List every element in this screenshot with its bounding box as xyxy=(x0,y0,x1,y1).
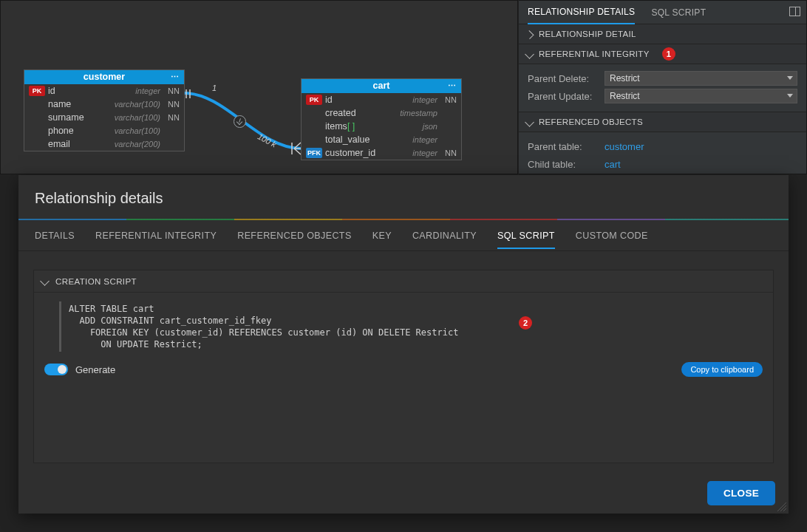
tab-custom-code[interactable]: CUSTOM CODE xyxy=(576,222,648,249)
column-name: phone xyxy=(48,126,100,136)
column-type: varchar(100) xyxy=(103,113,160,122)
tab-details[interactable]: DETAILS xyxy=(35,222,75,249)
modal-title: Relationship details xyxy=(18,175,789,219)
side-tabs: RELATIONSHIP DETAILS SQL SCRIPT xyxy=(519,1,806,24)
modal-body: CREATION SCRIPT ALTER TABLE cart ADD CON… xyxy=(33,270,774,463)
pk-badge: PK xyxy=(306,95,322,105)
tab-sql-script[interactable]: SQL SCRIPT xyxy=(497,222,555,249)
column-name: created xyxy=(325,108,377,118)
tab-referenced-objects[interactable]: REFERENCED OBJECTS xyxy=(237,222,351,249)
column-name: total_value xyxy=(325,134,377,145)
column-nn: NN xyxy=(163,86,180,95)
column-name: email xyxy=(48,139,100,149)
section-relationship-detail[interactable]: RELATIONSHIP DETAIL xyxy=(519,24,806,44)
close-button[interactable]: CLOSE xyxy=(707,481,775,505)
column-name: id xyxy=(325,95,377,105)
column-row[interactable]: surname varchar(100) NN xyxy=(24,111,184,124)
section-referential-integrity[interactable]: REFERENTIAL INTEGRITY 1 xyxy=(519,44,806,64)
parent-update-select[interactable]: Restrict xyxy=(605,89,797,103)
tab-relationship-details[interactable]: RELATIONSHIP DETAILS xyxy=(528,1,635,24)
modal-tabs: DETAILS REFERENTIAL INTEGRITY REFERENCED… xyxy=(18,220,789,251)
entity-menu-icon[interactable]: ⋯ xyxy=(171,70,180,84)
er-canvas[interactable]: 1 100 k customer ⋯ PK id integer NN name… xyxy=(0,0,518,174)
tab-referential-integrity[interactable]: REFERENTIAL INTEGRITY xyxy=(95,222,217,249)
chevron-down-icon xyxy=(787,76,793,80)
entity-header[interactable]: cart ⋯ xyxy=(302,79,461,93)
pk-badge: PK xyxy=(29,86,45,96)
pfk-badge: PFK xyxy=(306,148,322,158)
relation-left-cardinality: 1 xyxy=(212,83,217,92)
column-nn: NN xyxy=(163,113,180,122)
column-row[interactable]: created timestamp xyxy=(302,106,461,120)
sql-code-block[interactable]: ALTER TABLE cart ADD CONSTRAINT cart_cus… xyxy=(59,301,764,352)
column-type: integer xyxy=(380,95,437,104)
chevron-down-icon xyxy=(526,119,533,126)
column-row[interactable]: name varchar(100) NN xyxy=(24,98,184,111)
key-badge xyxy=(306,121,322,132)
tab-cardinality[interactable]: CARDINALITY xyxy=(412,222,477,249)
rainbow-divider xyxy=(18,219,789,220)
column-nn: NN xyxy=(440,149,457,157)
key-badge xyxy=(29,112,45,123)
chevron-down-icon xyxy=(526,51,533,58)
entity-customer[interactable]: customer ⋯ PK id integer NN name varchar… xyxy=(24,69,185,151)
layout-toggle-icon[interactable] xyxy=(789,7,800,16)
parent-delete-label: Parent Delete: xyxy=(528,73,597,84)
column-row[interactable]: items[ ] json xyxy=(302,120,461,133)
parent-update-label: Parent Update: xyxy=(528,91,597,102)
section-title: REFERENCED OBJECTS xyxy=(539,117,643,126)
column-name: surname xyxy=(48,112,100,123)
column-type: integer xyxy=(380,135,437,144)
column-name: customer_id xyxy=(325,148,377,158)
modal-footer: CLOSE xyxy=(18,472,789,514)
parent-table-link[interactable]: customer xyxy=(605,141,644,152)
select-value: Restrict xyxy=(610,73,640,83)
annotation-badge-1: 1 xyxy=(662,47,675,61)
annotation-badge-2: 2 xyxy=(519,316,532,330)
column-row[interactable]: PFK customer_id integer NN xyxy=(302,146,461,160)
key-badge xyxy=(306,108,322,118)
entity-header[interactable]: customer ⋯ xyxy=(24,70,184,84)
relation-right-cardinality: 100 k xyxy=(256,132,278,149)
key-badge xyxy=(29,139,45,149)
column-type: timestamp xyxy=(380,109,437,117)
parent-delete-select[interactable]: Restrict xyxy=(605,71,797,86)
section-title: REFERENTIAL INTEGRITY xyxy=(539,50,650,58)
chevron-right-icon xyxy=(526,31,533,38)
column-name: items[ ] xyxy=(325,121,377,132)
side-panel: RELATIONSHIP DETAILS SQL SCRIPT RELATION… xyxy=(519,0,807,174)
svg-line-4 xyxy=(294,149,301,154)
column-row[interactable]: phone varchar(100) xyxy=(24,124,184,137)
child-table-link[interactable]: cart xyxy=(605,159,621,170)
key-badge xyxy=(29,126,45,136)
column-row[interactable]: total_value integer xyxy=(302,133,461,146)
column-row[interactable]: PK id integer NN xyxy=(24,84,184,98)
column-name: id xyxy=(48,86,100,96)
chevron-down-icon xyxy=(787,94,793,98)
svg-line-2 xyxy=(294,143,301,149)
section-title: RELATIONSHIP DETAIL xyxy=(539,30,636,38)
relation-clock-icon[interactable] xyxy=(234,115,246,128)
resize-handle-icon[interactable] xyxy=(777,502,786,511)
tab-key[interactable]: KEY xyxy=(372,222,392,249)
column-row[interactable]: PK id integer NN xyxy=(302,93,461,106)
section-referenced-objects[interactable]: REFERENCED OBJECTS xyxy=(519,112,806,132)
column-row[interactable]: email varchar(200) xyxy=(24,137,184,151)
entity-cart[interactable]: cart ⋯ PK id integer NN created timestam… xyxy=(301,78,462,160)
column-type: integer xyxy=(380,149,437,157)
creation-script-title: CREATION SCRIPT xyxy=(55,277,137,286)
array-icon: [ ] xyxy=(347,121,355,132)
entity-menu-icon[interactable]: ⋯ xyxy=(448,79,457,93)
child-table-label: Child table: xyxy=(528,159,597,170)
column-nn: NN xyxy=(163,100,180,109)
creation-script-header[interactable]: CREATION SCRIPT xyxy=(34,270,773,293)
relationship-details-modal: Relationship details DETAILS REFERENTIAL… xyxy=(18,175,789,514)
column-type: varchar(100) xyxy=(103,100,160,109)
tab-sql-script[interactable]: SQL SCRIPT xyxy=(651,1,706,24)
select-value: Restrict xyxy=(610,91,640,101)
copy-to-clipboard-button[interactable]: Copy to clipboard xyxy=(681,362,763,377)
column-type: varchar(100) xyxy=(103,126,160,135)
column-type: json xyxy=(380,122,437,131)
referential-integrity-body: Parent Delete: Restrict Parent Update: R… xyxy=(519,64,806,112)
generate-toggle[interactable] xyxy=(44,364,68,375)
